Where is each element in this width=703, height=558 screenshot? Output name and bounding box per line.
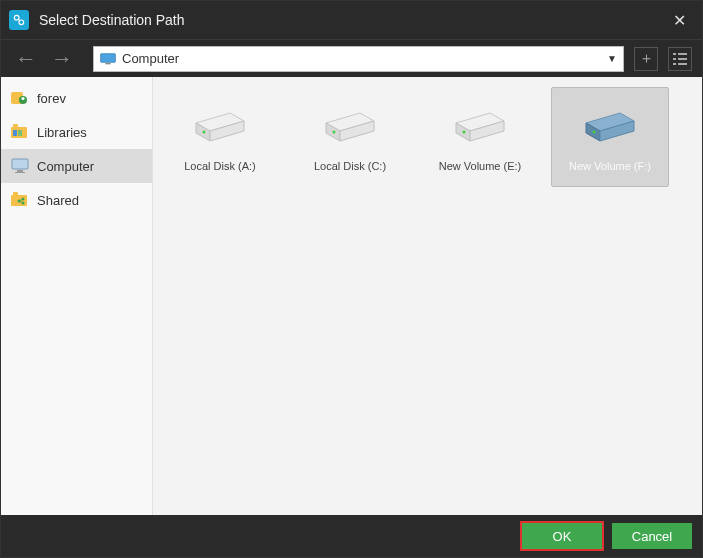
svg-rect-9 (673, 63, 676, 65)
svg-point-0 (14, 15, 19, 20)
app-icon (9, 10, 29, 30)
sidebar-item-libraries[interactable]: Libraries (1, 115, 152, 149)
drive-volume-e[interactable]: New Volume (E:) (421, 87, 539, 187)
computer-icon (11, 158, 29, 174)
window-title: Select Destination Path (39, 12, 665, 28)
svg-rect-19 (17, 170, 23, 172)
disk-icon (320, 102, 380, 152)
drive-label: Local Disk (C:) (314, 160, 386, 172)
close-icon[interactable]: ✕ (665, 7, 694, 34)
drive-volume-f[interactable]: New Volume (F:) (551, 87, 669, 187)
sidebar-item-shared[interactable]: Shared (1, 183, 152, 217)
footer: OK Cancel (1, 515, 702, 557)
svg-point-31 (203, 131, 206, 134)
svg-rect-18 (12, 159, 28, 169)
sidebar-item-user[interactable]: forev (1, 81, 152, 115)
disk-icon (450, 102, 510, 152)
drive-grid: Local Disk (A:) Local Disk (C:) New Volu… (153, 77, 702, 515)
svg-rect-7 (673, 58, 676, 60)
sidebar-item-label: Shared (37, 193, 79, 208)
svg-point-43 (593, 131, 596, 134)
svg-rect-8 (678, 58, 687, 60)
svg-rect-6 (678, 53, 687, 55)
title-bar: Select Destination Path ✕ (1, 1, 702, 39)
svg-point-13 (21, 97, 24, 100)
computer-icon (100, 53, 116, 65)
svg-point-1 (19, 20, 24, 25)
shared-icon (11, 192, 29, 208)
svg-rect-5 (673, 53, 676, 55)
drive-label: New Volume (F:) (569, 160, 651, 172)
sidebar-item-label: forev (37, 91, 66, 106)
svg-rect-3 (101, 53, 116, 62)
user-icon (11, 90, 29, 106)
path-current: Computer (122, 51, 179, 66)
sidebar-item-computer[interactable]: Computer (1, 149, 152, 183)
forward-icon[interactable]: → (47, 46, 77, 72)
svg-rect-20 (15, 172, 25, 173)
drive-label: Local Disk (A:) (184, 160, 256, 172)
view-list-button[interactable] (668, 47, 692, 71)
svg-point-39 (463, 131, 466, 134)
svg-rect-17 (18, 130, 22, 136)
svg-rect-15 (13, 124, 18, 128)
sidebar: forev Libraries Computer Shared (1, 77, 153, 515)
disk-icon (580, 102, 640, 152)
drive-label: New Volume (E:) (439, 160, 522, 172)
cancel-button[interactable]: Cancel (612, 523, 692, 549)
svg-rect-4 (105, 63, 110, 64)
back-icon[interactable]: ← (11, 46, 41, 72)
sidebar-item-label: Libraries (37, 125, 87, 140)
svg-line-2 (18, 19, 19, 20)
svg-rect-16 (13, 130, 17, 136)
drive-local-a[interactable]: Local Disk (A:) (161, 87, 279, 187)
path-bar[interactable]: Computer ▼ (93, 46, 624, 72)
disk-icon (190, 102, 250, 152)
drive-local-c[interactable]: Local Disk (C:) (291, 87, 409, 187)
sidebar-item-label: Computer (37, 159, 94, 174)
libraries-icon (11, 124, 29, 140)
ok-button[interactable]: OK (522, 523, 602, 549)
svg-point-35 (333, 131, 336, 134)
dropdown-icon[interactable]: ▼ (607, 53, 617, 64)
svg-rect-22 (13, 192, 18, 196)
toolbar: ← → Computer ▼ ＋ (1, 39, 702, 77)
svg-rect-10 (678, 63, 687, 65)
new-folder-button[interactable]: ＋ (634, 47, 658, 71)
